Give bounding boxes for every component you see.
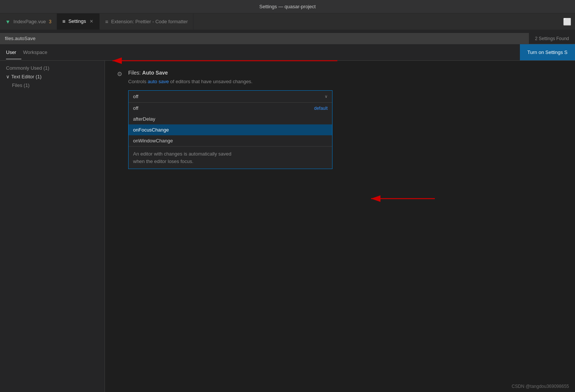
dropdown-item-afterdelay[interactable]: afterDelay [129, 114, 332, 124]
main-layout: Commonly Used (1) ∨ Text Editor (1) File… [0, 61, 575, 392]
settings-icon: ≡ [62, 18, 65, 24]
dropdown-label-afterdelay: afterDelay [133, 116, 155, 122]
setting-content: Files: Auto Save Controls auto save of e… [128, 70, 563, 169]
dropdown-item-onfocuschange[interactable]: onFocusChange [129, 124, 332, 135]
dropdown-item-off[interactable]: off default [129, 103, 332, 114]
setting-title-bold: Auto Save [142, 70, 168, 76]
dropdown-container: off ∨ off default afterDelay [128, 90, 332, 169]
tab-badge: 3 [49, 19, 52, 24]
sidebar-item-files[interactable]: Files (1) [0, 81, 105, 90]
turn-on-settings-button[interactable]: Turn on Settings S [520, 44, 575, 60]
dropdown-current-value: off [133, 94, 138, 99]
tab-prettier-label: Extension: Prettier - Code formatter [111, 19, 188, 24]
tab-indexpage[interactable]: ▼ IndexPage.vue 3 [0, 13, 57, 30]
setting-row: ⚙ Files: Auto Save Controls auto save of… [117, 70, 563, 169]
tab-settings-label: Settings [68, 18, 86, 24]
setting-description-suffix: of editors that have unsaved changes. [169, 79, 252, 84]
search-container [0, 33, 529, 44]
content-area: ⚙ Files: Auto Save Controls auto save of… [105, 61, 575, 392]
footer-text: CSDN @tangdou369098655 [512, 384, 569, 389]
dropdown-chevron-icon: ∨ [325, 94, 328, 99]
layout-icon[interactable]: ⬜ [563, 18, 571, 26]
dropdown-label-off: off [133, 105, 138, 111]
auto-save-link[interactable]: auto save [148, 79, 169, 84]
dropdown-selected[interactable]: off ∨ [129, 91, 332, 103]
sidebar-item-commonly-used[interactable]: Commonly Used (1) [0, 64, 105, 72]
title-bar: Settings — quasar-project [0, 0, 575, 13]
chevron-icon: ∨ [6, 74, 10, 79]
search-bar-row: 2 Settings Found [0, 30, 575, 44]
sidebar: Commonly Used (1) ∨ Text Editor (1) File… [0, 61, 105, 392]
window-title: Settings — quasar-project [259, 4, 316, 9]
vue-icon: ▼ [5, 19, 10, 25]
setting-title: Files: Auto Save [128, 70, 563, 76]
search-input[interactable] [0, 33, 529, 44]
settings-tabs-bar: User Workspace Turn on Settings S [0, 44, 575, 61]
search-found-text: 2 Settings Found [529, 34, 575, 43]
setting-description: Controls auto save of editors that have … [128, 79, 563, 84]
sidebar-item-text-editor[interactable]: ∨ Text Editor (1) [0, 72, 105, 81]
dropdown-label-onwindowchange: onWindowChange [133, 138, 173, 144]
dropdown-item-description: An editor with changes is automatically … [129, 146, 332, 169]
tab-prettier[interactable]: ≡ Extension: Prettier - Code formatter [100, 13, 193, 30]
dropdown-list: off default afterDelay onFocusChange [129, 103, 332, 169]
dropdown-item-onwindowchange[interactable]: onWindowChange [129, 135, 332, 146]
text-editor-label: Text Editor (1) [11, 74, 42, 79]
setting-description-text: Controls [128, 79, 148, 84]
tab-indexpage-label: IndexPage.vue [13, 19, 46, 24]
tab-close-button[interactable]: ✕ [89, 18, 94, 25]
tab-user[interactable]: User [6, 46, 21, 59]
tab-actions: ⬜ [563, 13, 575, 30]
prettier-icon: ≡ [105, 19, 108, 25]
tab-workspace[interactable]: Workspace [23, 46, 52, 59]
tab-bar: ▼ IndexPage.vue 3 ≡ Settings ✕ ≡ Extensi… [0, 13, 575, 30]
dropdown-default-label: default [314, 106, 328, 111]
tab-settings[interactable]: ≡ Settings ✕ [57, 13, 100, 30]
dropdown-label-onfocuschange: onFocusChange [133, 127, 169, 133]
gear-icon[interactable]: ⚙ [117, 70, 122, 78]
setting-title-prefix: Files: [128, 70, 142, 76]
